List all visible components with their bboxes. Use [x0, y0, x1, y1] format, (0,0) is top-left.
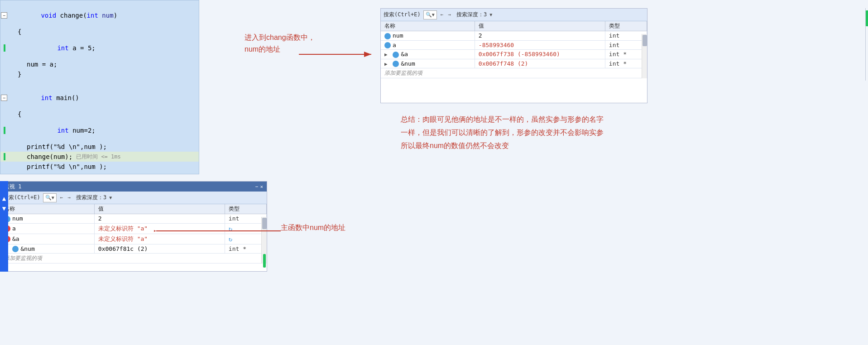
code-text-main-3: printf("%d \n",num ); — [9, 143, 107, 150]
watch-top-right-border — [865, 8, 868, 81]
watch-row-add-top[interactable]: 添加要监视的项 — [381, 68, 647, 78]
summary-line3: 所以最终num的数值仍然不会改变 — [401, 139, 718, 153]
var-icon-0-top — [384, 33, 391, 39]
watch-cell-type-3-top: int * — [605, 59, 647, 68]
collapse-button-1[interactable]: − — [1, 12, 7, 19]
watch-cell-type-0-bottom: int — [225, 214, 266, 224]
watch-search-title-bottom: 搜索(Ctrl+E) — [3, 194, 40, 201]
watch-scrollbar-top[interactable] — [642, 34, 647, 78]
watch-cell-value-0-top: 2 — [475, 31, 605, 41]
search-icon-top: 🔍 — [426, 12, 432, 18]
code-line-main-5: printf("%d \n",num ); — [0, 162, 199, 172]
watch-search-box-bottom[interactable]: 🔍 ▼ — [43, 193, 57, 202]
code-text-2: int a = 5; — [9, 37, 96, 59]
search-icon-bottom: 🔍 — [45, 195, 52, 201]
code-line-main-3: printf("%d \n",num ); — [0, 142, 199, 152]
col-header-name-bottom: 名称 — [0, 204, 94, 214]
watch-table-top: 名称 值 类型 num 2 int a -858993460 — [381, 21, 647, 78]
watch-cell-name-0-top: num — [381, 31, 475, 41]
watch-cell-value-1-bottom: 未定义标识符 "a" — [94, 223, 225, 234]
refresh-icon-1-bottom[interactable]: ↻ — [229, 225, 232, 232]
nav-back-top[interactable]: ← — [440, 12, 445, 18]
watch-row-add-bottom[interactable]: 添加要监视的项 — [0, 254, 267, 264]
summary-line1: 总结：肉眼可见他俩的地址是不一样的，虽然实参与形参的名字 — [401, 113, 718, 126]
watch-row-1-top: a -858993460 int — [381, 40, 647, 50]
watch-add-label-top: 添加要监视的项 — [381, 68, 647, 78]
search-dropdown-arrow-bottom[interactable]: ▼ — [52, 195, 54, 200]
watch-cell-name-3-top: ▶ &num — [381, 59, 475, 68]
code-line-2: int a = 5; — [0, 37, 199, 59]
collapse-button-2[interactable]: − — [1, 95, 7, 101]
watch-cell-type-2-top: int * — [605, 50, 647, 59]
watch-cell-name-1-bottom: ✕a — [0, 223, 94, 234]
col-header-value-top: 值 — [475, 21, 605, 31]
code-text-4: } — [9, 71, 21, 78]
annotation-chang: 进入到chang函数中， num的地址 — [245, 32, 315, 55]
panel-controls-bottom: − × — [255, 184, 263, 190]
panel-header-bar-bottom: 监视 1 − × — [0, 182, 267, 192]
code-text-main-2: int num=2; — [9, 120, 96, 141]
code-editor-panel: − void change(int num) { int a = 5; num … — [0, 0, 199, 174]
code-line-3: num = a; — [0, 59, 199, 69]
watch-cell-value-2-top: 0x0067f738 (-858993460) — [475, 50, 605, 59]
summary-line2: 一样，但是我们可以清晰的了解到，形参的改变并不会影响实参 — [401, 126, 718, 139]
watch-header-row-top: 名称 值 类型 — [381, 21, 647, 31]
nav-forward-bottom[interactable]: → — [67, 195, 72, 201]
watch-toolbar-top: 搜索(Ctrl+E) 🔍 ▼ ← → 搜索深度：3 ▼ — [381, 9, 647, 21]
code-line-main-1: { — [0, 109, 199, 119]
watch-panel-bottom: 监视 1 − × 搜索(Ctrl+E) 🔍 ▼ ← → 搜索深度：3 ▼ 名称 … — [0, 181, 267, 272]
watch-search-box-top[interactable]: 🔍 ▼ — [423, 10, 437, 19]
watch-cell-type-0-top: int — [605, 31, 647, 41]
code-text-main-5: printf("%d \n",num ); — [9, 163, 107, 170]
sidebar-arrow-down[interactable]: ▼ — [0, 205, 8, 212]
green-bar-main-4 — [4, 153, 5, 160]
panel-sidebar-left: ▲ ▼ — [0, 181, 8, 272]
watch-cell-name-3-bottom: ▶ &num — [0, 244, 94, 254]
panel-close-btn[interactable]: × — [260, 184, 263, 190]
watch-search-title-top: 搜索(Ctrl+E) — [384, 11, 421, 19]
watch-cell-name-0-bottom: num — [0, 214, 94, 224]
search-dropdown-arrow[interactable]: ▼ — [432, 12, 435, 17]
watch-row-3-top: ▶ &num 0x0067f748 (2) int * — [381, 59, 647, 68]
watch-row-0-top: num 2 int — [381, 31, 647, 41]
var-icon-3-top — [393, 61, 399, 67]
code-text-3: num = a; — [9, 61, 57, 68]
col-header-type-bottom: 类型 — [225, 204, 266, 214]
code-line-main-2: int num=2; — [0, 119, 199, 142]
var-icon-3-bottom — [12, 246, 19, 252]
watch-cell-value-0-bottom: 2 — [94, 214, 225, 224]
watch-scroll-thumb-bottom — [262, 218, 267, 229]
panel-minimize-btn[interactable]: − — [255, 184, 259, 190]
green-scroll-indicator-top — [866, 10, 868, 26]
refresh-icon-2-bottom[interactable]: ↻ — [229, 235, 232, 243]
expand-arrow-2-top[interactable]: ▶ — [384, 52, 388, 58]
depth-dropdown-bottom[interactable]: ▼ — [109, 195, 112, 200]
nav-forward-top[interactable]: → — [447, 12, 452, 18]
depth-label-top: 搜索深度：3 — [456, 11, 487, 19]
code-main-header: int main() — [9, 87, 79, 109]
watch-cell-type-1-bottom: ↻ — [225, 223, 266, 234]
watch-row-2-bottom: ✕&a 未定义标识符 "a" ↻ — [0, 234, 267, 244]
watch-cell-name-1-top: a — [381, 40, 475, 50]
green-bar-main-2 — [4, 127, 5, 134]
code-line-1: { — [0, 27, 199, 37]
annotation-main-num: 主函数中num的地址 — [281, 222, 345, 234]
watch-cell-value-2-bottom: 未定义标识符 "a" — [94, 234, 225, 244]
watch-row-2-top: ▶ &a 0x0067f738 (-858993460) int * — [381, 50, 647, 59]
watch-add-label-bottom: 添加要监视的项 — [0, 254, 267, 264]
watch-cell-type-3-bottom: int * — [225, 244, 266, 254]
code-text-main-4: change(num); — [9, 153, 72, 160]
code-text-main-1: { — [9, 110, 21, 118]
watch-scroll-thumb-top — [643, 35, 647, 46]
expand-arrow-3-top[interactable]: ▶ — [384, 61, 388, 67]
sidebar-arrow-up[interactable]: ▲ — [0, 195, 8, 202]
code-line-main-4: change(num); 已用时间 <= 1ms — [0, 152, 199, 162]
watch-cell-value-3-bottom: 0x0067f81c (2) — [94, 244, 225, 254]
watch-cell-type-2-bottom: ↻ — [225, 234, 266, 244]
watch-cell-value-3-top: 0x0067f748 (2) — [475, 59, 605, 68]
nav-back-bottom[interactable]: ← — [59, 195, 64, 201]
var-icon-2-top — [393, 52, 399, 58]
code-line-4: } — [0, 69, 199, 79]
col-header-value-bottom: 值 — [94, 204, 225, 214]
depth-dropdown-top[interactable]: ▼ — [489, 12, 492, 17]
